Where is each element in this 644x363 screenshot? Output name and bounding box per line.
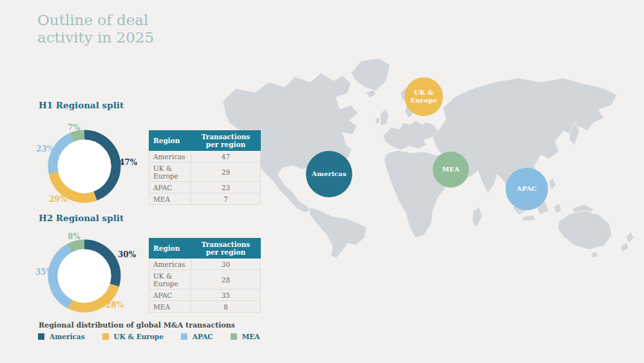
legend-title: Regional distribution of global M&A tran… (39, 321, 235, 329)
page-title-line1: Outline of deal (37, 12, 154, 29)
value-cell: 30 (191, 259, 261, 270)
value-cell: 8 (191, 301, 261, 313)
h1-donut-chart (47, 129, 122, 204)
page-title-line2: activity in 2025 (37, 29, 154, 46)
legend-item-mea: MEA (231, 333, 260, 340)
table-header-row: RegionTransactions per region (149, 131, 261, 151)
region-cell: APAC (149, 289, 191, 301)
map-africa (384, 150, 454, 238)
table-row: MEA8 (149, 301, 261, 313)
slide: Outline of deal activity in 2025 (0, 0, 644, 363)
value-cell: 28 (191, 270, 261, 289)
table-header-row: RegionTransactions per region (149, 239, 261, 259)
table-header-cell: Region (149, 131, 191, 151)
map-borneo (536, 201, 549, 215)
table-row: MEA7 (149, 193, 261, 205)
legend-swatch-americas (38, 333, 44, 340)
donut-hole (58, 250, 111, 303)
map-greenland (351, 58, 390, 91)
table-row: APAC35 (149, 289, 261, 301)
h2-chart-heading: H2 Regional split (39, 213, 124, 223)
region-cell: UK & Europe (149, 270, 191, 289)
region-cell: MEA (149, 301, 191, 313)
table-row: Americas47 (149, 151, 261, 162)
map-new-zealand-north (626, 231, 634, 243)
page-title: Outline of deal activity in 2025 (37, 12, 154, 46)
value-cell: 23 (191, 182, 261, 193)
map-tasmania (591, 251, 598, 258)
table-header-cell: Transactions per region (191, 239, 261, 259)
map-new-zealand-south (621, 242, 629, 252)
value-cell: 47 (191, 151, 261, 162)
h1-chart-heading: H1 Regional split (39, 100, 124, 110)
legend-item-americas: Americas (38, 333, 85, 340)
map-asia (433, 78, 617, 212)
h2-donut-chart (47, 239, 122, 313)
legend: AmericasUK & EuropeAPACMEA (38, 333, 260, 340)
region-cell: Americas (149, 151, 191, 162)
legend-label: UK & Europe (114, 333, 164, 340)
table-header-cell: Region (149, 239, 191, 259)
map-ireland (375, 117, 380, 124)
map-java (522, 215, 536, 221)
donut-percent-label: 47% (119, 158, 137, 167)
legend-swatch-mea (231, 333, 237, 340)
table-row: UK & Europe29 (149, 162, 261, 182)
h2-region-table: RegionTransactions per region Americas30… (149, 238, 261, 313)
region-cell: UK & Europe (149, 162, 191, 182)
legend-label: APAC (193, 333, 213, 340)
world-map (219, 55, 644, 261)
legend-label: MEA (242, 333, 260, 340)
table-row: APAC23 (149, 182, 261, 193)
legend-swatch-apac (181, 333, 187, 340)
map-europe (383, 121, 438, 150)
map-scandinavia (401, 86, 420, 118)
legend-item-uk_europe: UK & Europe (102, 333, 164, 340)
map-madagascar (472, 207, 482, 228)
h1-region-table: RegionTransactions per region Americas47… (149, 130, 261, 205)
region-cell: Americas (149, 259, 191, 270)
donut-hole (58, 140, 111, 193)
value-cell: 29 (191, 162, 261, 182)
map-philippines (549, 177, 556, 190)
value-cell: 7 (191, 193, 261, 205)
map-uk (380, 109, 389, 126)
map-australia (558, 211, 612, 250)
value-cell: 35 (191, 289, 261, 301)
table-row: UK & Europe28 (149, 270, 261, 289)
region-cell: MEA (149, 193, 191, 205)
legend-label: Americas (50, 333, 85, 340)
legend-swatch-uk_europe (102, 333, 109, 340)
region-cell: APAC (149, 182, 191, 193)
legend-item-apac: APAC (181, 333, 213, 340)
map-sulawesi (554, 203, 562, 213)
map-south-america (309, 207, 367, 258)
table-header-cell: Transactions per region (191, 131, 261, 151)
table-row: Americas30 (149, 259, 261, 270)
